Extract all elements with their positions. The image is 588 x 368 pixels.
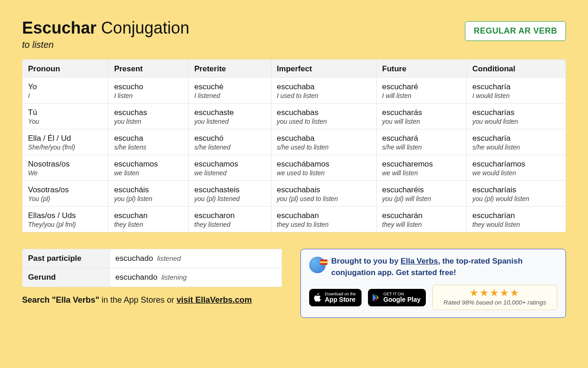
preterite-cell: escuchéI listened [189,78,271,104]
pronoun-cell: Nosotras/osWe [23,155,108,181]
imperfect-cell: escuchabaisyou (pl) used to listen [271,181,376,207]
star-icons: ★★★★★ [439,288,550,298]
conditional-cell: escucharíaisyou (pl) would listen [467,181,566,207]
column-header: Conditional [467,60,566,78]
column-header: Pronoun [23,60,108,78]
google-play-icon [372,293,380,302]
table-row: Past participle escuchado listened [23,249,282,268]
imperfect-cell: escuchabas/he used to listen [271,129,376,155]
column-header: Future [376,60,467,78]
conditional-cell: escucharíaI would listen [467,78,566,104]
preterite-cell: escuchós/he listened [189,129,271,155]
app-store-button[interactable]: Download on the App Store [309,289,362,306]
present-cell: escuchoI listen [108,78,189,104]
pronoun-cell: YoI [23,78,108,104]
pronoun-cell: Ella / Él / UdShe/he/you (fml) [23,129,108,155]
table-row: Nosotras/osWeescuchamoswe listenescucham… [23,155,566,181]
visit-site-link[interactable]: visit EllaVerbs.com [176,295,252,305]
apple-icon [313,293,322,302]
future-cell: escucharemoswe will listen [376,155,467,181]
future-cell: escucharás/he will listen [376,129,467,155]
table-row: Ellas/os / UdsThey/you (pl fml)escuchant… [23,207,566,232]
pronoun-cell: Ellas/os / UdsThey/you (pl fml) [23,207,108,232]
present-cell: escucháisyou (pl) listen [108,181,189,207]
preterite-cell: escuchasteyou listened [189,104,271,129]
page-title-block: Escuchar Conjugation to listen [22,18,189,50]
future-cell: escucharásyou will listen [376,104,467,129]
table-row: Vosotras/osYou (pl)escucháisyou (pl) lis… [23,181,566,207]
imperfect-cell: escuchabasyou used to listen [271,104,376,129]
pronoun-cell: TúYou [23,104,108,129]
verb-translation: to listen [22,40,189,50]
preterite-cell: escucharonthey listened [189,207,271,232]
brand-link[interactable]: Ella Verbs [401,257,438,265]
table-row: YoIescuchoI listenescuchéI listenedescuc… [23,78,566,104]
verb-name: Escuchar [22,18,96,37]
present-cell: escuchasyou listen [108,104,189,129]
app-logo-icon [309,257,326,273]
verb-type-badge: REGULAR AR VERB [465,21,566,41]
table-row: Ella / Él / UdShe/he/you (fml)escuchas/h… [23,129,566,155]
google-play-button[interactable]: GET IT ON Google Play [368,289,426,306]
present-cell: escuchamoswe listen [108,155,189,181]
column-header: Present [108,60,189,78]
preterite-cell: escuchamoswe listened [189,155,271,181]
promo-text: Brought to you by Ella Verbs, the top-ra… [331,256,557,278]
conditional-cell: escucharíanthey would listen [467,207,566,232]
pronoun-cell: Vosotras/osYou (pl) [23,181,108,207]
past-participle-label: Past participle [23,249,110,268]
future-cell: escucharéI will listen [376,78,467,104]
future-cell: escucharánthey will listen [376,207,467,232]
table-row: Gerund escuchando listening [23,268,282,287]
imperfect-cell: escuchábamoswe used to listen [271,155,376,181]
conditional-cell: escucharíasyou would listen [467,104,566,129]
page-title: Escuchar Conjugation [22,18,189,38]
conditional-cell: escucharías/he would listen [467,129,566,155]
imperfect-cell: escuchabanthey used to listen [271,207,376,232]
rating-text: Rated 98% based on 10,000+ ratings [439,299,550,306]
present-cell: escuchas/he listens [108,129,189,155]
rating-card: ★★★★★ Rated 98% based on 10,000+ ratings [432,285,557,310]
conditional-cell: escucharíamoswe would listen [467,155,566,181]
search-instruction: Search "Ella Verbs" in the App Stores or… [22,295,282,305]
conjugation-table: PronounPresentPreteriteImperfectFutureCo… [22,59,566,232]
present-cell: escuchanthey listen [108,207,189,232]
gerund-label: Gerund [23,268,110,287]
imperfect-cell: escuchabaI used to listen [271,78,376,104]
promo-card: Brought to you by Ella Verbs, the top-ra… [300,249,566,318]
column-header: Imperfect [271,60,376,78]
title-suffix: Conjugation [101,18,189,37]
participle-table: Past participle escuchado listened Gerun… [22,249,282,287]
gerund-value: escuchando listening [110,268,282,287]
column-header: Preterite [189,60,271,78]
preterite-cell: escuchasteisyou (pl) listened [189,181,271,207]
future-cell: escucharéisyou (pl) will listen [376,181,467,207]
table-header-row: PronounPresentPreteriteImperfectFutureCo… [23,60,566,78]
table-row: TúYouescuchasyou listenescuchasteyou lis… [23,104,566,129]
past-participle-value: escuchado listened [110,249,282,268]
